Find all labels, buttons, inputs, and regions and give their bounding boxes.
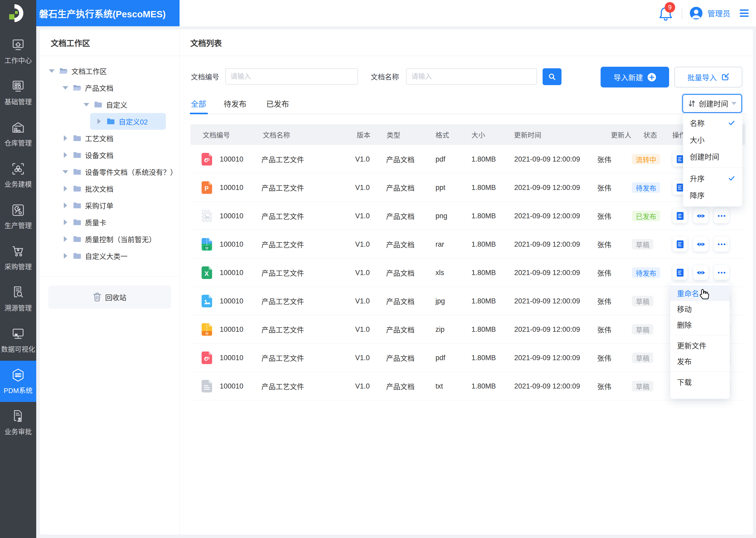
cell-type: 产品文档	[386, 287, 414, 315]
document-detail-button[interactable]	[673, 208, 687, 223]
search-icon	[548, 73, 556, 81]
menu-burger-icon[interactable]	[740, 10, 749, 17]
sort-option-label: 大小	[690, 134, 705, 145]
context-menu-item[interactable]: 下载	[670, 374, 730, 390]
doc-name-input[interactable]	[406, 68, 537, 84]
folder-icon	[94, 101, 102, 108]
sidebar-item-approval[interactable]: 业务审批	[0, 402, 36, 443]
column-header[interactable]: 状态	[643, 124, 657, 145]
tree-node[interactable]: 采购订单	[40, 197, 179, 214]
batch-import-button[interactable]: 批量导入	[674, 67, 742, 87]
table-row[interactable]: 100010 产品工艺文件 V1.0 产品文档 png 1.80MB 2021-…	[190, 202, 745, 230]
tab-published[interactable]: 已发布	[266, 96, 289, 111]
tree-node[interactable]: 文档工作区	[40, 63, 179, 79]
column-header[interactable]: 文档名称	[263, 124, 290, 145]
sidebar-item-label: 数据可视化	[1, 344, 35, 353]
context-menu-item[interactable]: 发布	[670, 353, 730, 369]
sort-field-option[interactable]: 名称	[683, 115, 742, 131]
tree-node[interactable]: 产品文档	[40, 79, 179, 96]
notification-bell[interactable]: 9	[658, 6, 674, 22]
avatar[interactable]	[690, 7, 702, 20]
column-header[interactable]: 更新人	[611, 124, 631, 145]
column-header[interactable]: 大小	[471, 124, 485, 145]
primary-sidebar: 工作中心基础管理仓库管理业务建模生产管理采购管理溯源管理数据可视化PDMPDM系…	[0, 0, 36, 538]
tree-collapse-icon[interactable]	[97, 119, 101, 124]
more-actions-button[interactable]	[714, 265, 729, 280]
context-menu-item[interactable]: 删除	[670, 317, 730, 333]
tree-expand-icon[interactable]	[83, 103, 89, 106]
table-row[interactable]: zip 100010 产品工艺文件 V1.0 产品文档 zip 1.80MB 2…	[190, 315, 745, 344]
document-detail-button[interactable]	[673, 265, 687, 280]
tree-collapse-icon[interactable]	[64, 135, 67, 141]
file-type-icon-zip: zip	[202, 323, 212, 336]
sort-option-label: 名称	[690, 118, 705, 128]
table-row[interactable]: 100010 产品工艺文件 V1.0 产品文档 pdf 1.80MB 2021-…	[190, 145, 745, 173]
sort-field-option[interactable]: 大小	[683, 131, 742, 148]
more-actions-button[interactable]	[714, 237, 729, 252]
sidebar-item-work-center[interactable]: 工作中心	[0, 31, 36, 72]
tree-node[interactable]: 自定义02	[40, 113, 179, 130]
tab-pending[interactable]: 待发布	[224, 96, 247, 111]
tree-node[interactable]: 设备零件文档（系统没有？）	[40, 163, 179, 180]
table-row[interactable]: 100010 产品工艺文件 V1.0 产品文档 txt 1.80MB 2021-…	[190, 372, 745, 400]
tree-expand-icon[interactable]	[63, 170, 68, 174]
import-new-button[interactable]: 导入新建	[601, 67, 669, 87]
sort-select[interactable]: 创建时间	[682, 94, 742, 113]
table-row[interactable]: rar 100010 产品工艺文件 V1.0 产品文档 rar 1.80MB 2…	[190, 230, 745, 258]
tree-collapse-icon[interactable]	[64, 202, 67, 208]
sidebar-item-business-modeling[interactable]: 业务建模	[0, 154, 36, 196]
data-visualization-icon	[11, 327, 25, 341]
context-menu-item[interactable]: 更新文件	[670, 338, 730, 353]
sort-order-option[interactable]: 升序	[683, 170, 742, 187]
document-detail-button[interactable]	[673, 237, 687, 252]
tree-collapse-icon[interactable]	[64, 219, 67, 225]
sidebar-item-data-visualization[interactable]: 数据可视化	[0, 319, 36, 361]
column-header[interactable]: 类型	[387, 124, 400, 145]
cell-format: rar	[436, 230, 444, 258]
table-row[interactable]: P 100010 产品工艺文件 V1.0 产品文档 ppt 1.80MB 202…	[190, 173, 745, 202]
search-button[interactable]	[543, 68, 561, 85]
column-header[interactable]: 文档编号	[203, 124, 230, 145]
sort-order-option[interactable]: 降序	[683, 187, 742, 204]
tree-node[interactable]: 批次文档	[40, 180, 179, 197]
preview-eye-button[interactable]	[693, 208, 708, 223]
table-row[interactable]: 100010 产品工艺文件 V1.0 产品文档 pdf 1.80MB 2021-…	[190, 344, 745, 372]
tree-collapse-icon[interactable]	[64, 152, 67, 158]
sort-option-label: 创建时间	[690, 151, 719, 162]
table-row[interactable]: 100010 产品工艺文件 V1.0 产品文档 jpg 1.80MB 2021-…	[190, 287, 745, 315]
recycle-bin-button[interactable]: 回收站	[48, 286, 171, 309]
tree-node[interactable]: 自定义	[40, 96, 179, 113]
app-logo-block[interactable]	[0, 0, 36, 26]
preview-eye-button[interactable]	[693, 265, 708, 280]
tree-node[interactable]: 质量卡	[40, 214, 179, 231]
sidebar-item-base-management[interactable]: 基础管理	[0, 72, 36, 113]
batch-import-icon	[721, 73, 730, 81]
sidebar-item-procurement[interactable]: 采购管理	[0, 237, 36, 278]
tree-collapse-icon[interactable]	[64, 253, 67, 259]
sidebar-item-production[interactable]: 生产管理	[0, 196, 36, 237]
preview-eye-button[interactable]	[693, 237, 708, 252]
tree-node[interactable]: 质量控制（当前暂无）	[40, 231, 179, 247]
user-avatar[interactable]	[690, 7, 702, 20]
sort-field-option[interactable]: 创建时间	[683, 148, 742, 165]
tree-node[interactable]: 工艺文档	[40, 130, 179, 146]
tab-all[interactable]: 全部	[191, 96, 206, 111]
tree-node[interactable]: 设备文档	[40, 146, 179, 163]
user-name[interactable]: 管理员	[707, 0, 730, 26]
table-row[interactable]: X 100010 产品工艺文件 V1.0 产品文档 xls 1.80MB 202…	[190, 258, 745, 287]
tree-node[interactable]: 自定义大类一	[40, 247, 179, 264]
sidebar-item-pdm[interactable]: PDMPDM系统	[0, 361, 36, 402]
column-header[interactable]: 更新时间	[514, 124, 541, 145]
context-menu-item[interactable]: 移动	[670, 301, 730, 317]
column-header[interactable]: 格式	[436, 124, 449, 145]
sidebar-item-traceability[interactable]: 溯源管理	[0, 278, 36, 319]
cell-doc-number: 100010	[220, 315, 243, 344]
tree-expand-icon[interactable]	[49, 69, 55, 73]
tree-expand-icon[interactable]	[63, 86, 68, 89]
sidebar-item-warehouse[interactable]: 仓库管理	[0, 113, 36, 154]
doc-number-input[interactable]	[225, 68, 358, 84]
tree-collapse-icon[interactable]	[64, 236, 67, 242]
tree-collapse-icon[interactable]	[64, 186, 67, 191]
more-actions-button[interactable]	[714, 208, 729, 223]
column-header[interactable]: 版本	[357, 124, 370, 145]
